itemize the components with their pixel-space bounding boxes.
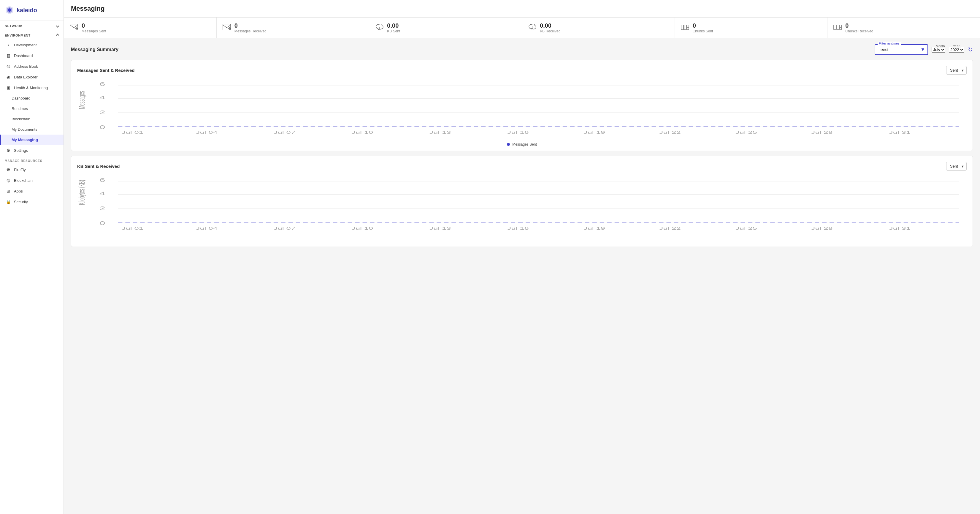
svg-rect-3: [70, 24, 78, 30]
sidebar-item-dashboard[interactable]: ▦ Dashboard: [0, 50, 64, 61]
chart-kb-type-select[interactable]: Sent: [946, 162, 967, 171]
svg-text:4: 4: [99, 191, 105, 196]
sidebar-item-address-book[interactable]: ◎ Address Book: [0, 61, 64, 72]
svg-text:Jul 04: Jul 04: [196, 227, 218, 231]
summary-title: Messaging Summary: [71, 47, 118, 52]
svg-text:Jul 25: Jul 25: [735, 227, 757, 231]
filter-runtimes-wrapper: Filter runtimes teest ▼: [875, 44, 928, 55]
svg-text:Jul 01: Jul 01: [122, 227, 143, 231]
chart-messages-area: 6 4 2 0 Messages Jul 01 Jul 04: [77, 79, 967, 145]
sidebar-item-blockchain[interactable]: ◎ Blockchain: [0, 175, 64, 186]
content-area: Messaging Summary Filter runtimes teest …: [64, 38, 980, 258]
svg-text:2: 2: [99, 206, 105, 211]
sidebar-item-development[interactable]: › Development: [0, 40, 64, 50]
sidebar-item-sub-dashboard[interactable]: Dashboard: [0, 93, 64, 104]
stat-info: 0 Messages Received: [234, 22, 267, 33]
svg-text:Jul 25: Jul 25: [735, 131, 757, 134]
sidebar-item-label: Blockchain: [14, 178, 33, 183]
stat-info: 0.00 KB Sent: [387, 22, 400, 33]
sidebar-item-sub-runtimes[interactable]: Runtimes: [0, 104, 64, 114]
svg-text:0: 0: [99, 125, 105, 130]
kaleido-logo-icon: [5, 5, 14, 15]
kb-received-icon: [528, 24, 536, 32]
sidebar-item-apps[interactable]: ⊞ Apps: [0, 186, 64, 196]
stat-kb-sent: 0.00 KB Sent: [369, 18, 522, 38]
svg-text:Jul 10: Jul 10: [352, 227, 373, 231]
sidebar-item-label: Settings: [14, 148, 28, 153]
network-label: NETWORK: [5, 24, 22, 28]
firefly-icon: ❋: [6, 167, 11, 172]
sidebar: kaleido NETWORK ENVIRONMENT › Developmen…: [0, 0, 64, 514]
environment-label: ENVIRONMENT: [5, 34, 30, 37]
stat-messages-received: 0 Messages Received: [216, 18, 369, 38]
sidebar-item-label: Data Explorer: [14, 75, 37, 79]
svg-rect-4: [223, 24, 231, 30]
chart-messages-svg: 6 4 2 0 Messages Jul 01 Jul 04: [77, 79, 967, 139]
logo-text: kaleido: [17, 7, 37, 14]
year-label: Year: [952, 44, 961, 48]
development-icon: ›: [6, 43, 11, 47]
legend-label: Messages Sent: [512, 142, 537, 147]
sidebar-item-settings[interactable]: ⚙ Settings: [0, 145, 64, 156]
stat-value: 0: [82, 22, 106, 29]
stat-value: 0: [234, 22, 267, 29]
chart-kb: KB Sent & Received Sent ▼ 6 4 2 0 Kiloby…: [71, 156, 973, 247]
sidebar-item-firefly[interactable]: ❋ FireFly: [0, 164, 64, 175]
address-book-icon: ◎: [6, 64, 11, 69]
sidebar-item-label: Address Book: [14, 64, 38, 69]
svg-text:Jul 19: Jul 19: [584, 131, 605, 134]
data-explorer-icon: ◉: [6, 75, 11, 79]
sidebar-item-label: Apps: [14, 189, 23, 193]
stats-row: 0 Messages Sent 0 Messages Received: [64, 18, 980, 38]
svg-text:Jul 04: Jul 04: [196, 131, 218, 134]
stat-label: Messages Sent: [82, 29, 106, 33]
kb-sent-icon: [375, 24, 383, 32]
health-icon: ▣: [6, 85, 11, 90]
year-select-wrapper: Year 2022: [949, 47, 964, 53]
page-title: Messaging: [71, 5, 973, 13]
svg-text:Jul 13: Jul 13: [429, 227, 451, 231]
chart-messages-type-select[interactable]: Sent: [946, 66, 967, 75]
apps-icon: ⊞: [6, 189, 11, 193]
sidebar-item-health-monitoring[interactable]: ▣ Health & Monitoring: [0, 82, 64, 93]
svg-text:6: 6: [99, 178, 105, 183]
refresh-button[interactable]: ↻: [968, 46, 973, 53]
filter-runtimes-select[interactable]: teest: [875, 44, 928, 55]
chart-messages: Messages Sent & Received Sent ▼ 6 4 2 0 …: [71, 60, 973, 151]
dashboard-icon: ▦: [6, 53, 11, 58]
sidebar-item-label: Health & Monitoring: [14, 86, 48, 90]
filter-runtimes-label: Filter runtimes: [878, 42, 901, 45]
sidebar-item-sub-blockchain[interactable]: Blockchain: [0, 114, 64, 124]
svg-text:Kilobytes (KB): Kilobytes (KB): [77, 180, 86, 205]
svg-text:Jul 22: Jul 22: [659, 227, 681, 231]
stat-label: Chunks Sent: [693, 29, 713, 33]
stat-label: KB Received: [540, 29, 560, 33]
svg-text:Jul 31: Jul 31: [889, 227, 910, 231]
sidebar-item-label: Runtimes: [11, 106, 28, 111]
stat-messages-sent: 0 Messages Sent: [64, 18, 216, 38]
logo[interactable]: kaleido: [0, 0, 64, 21]
svg-text:Jul 28: Jul 28: [811, 227, 833, 231]
sidebar-item-sub-my-messaging[interactable]: My Messaging: [0, 134, 64, 145]
sidebar-item-security[interactable]: 🔒 Security: [0, 196, 64, 207]
svg-text:Jul 16: Jul 16: [507, 131, 529, 134]
summary-header: Messaging Summary Filter runtimes teest …: [71, 44, 973, 55]
svg-text:Jul 07: Jul 07: [274, 131, 295, 134]
stat-label: Messages Received: [234, 29, 267, 33]
stat-kb-received: 0.00 KB Received: [522, 18, 675, 38]
network-section[interactable]: NETWORK: [0, 21, 64, 30]
sidebar-item-label: Dashboard: [14, 53, 33, 58]
stat-info: 0 Chunks Sent: [693, 22, 713, 33]
sidebar-item-sub-my-documents[interactable]: My Documents: [0, 124, 64, 134]
svg-text:Jul 13: Jul 13: [429, 131, 451, 134]
stat-value: 0.00: [387, 22, 400, 29]
chart-messages-title: Messages Sent & Received: [77, 68, 134, 73]
network-chevron-icon: [56, 24, 59, 27]
sidebar-item-data-explorer[interactable]: ◉ Data Explorer: [0, 72, 64, 82]
stat-value: 0.00: [540, 22, 560, 29]
page-header: Messaging: [64, 0, 980, 18]
chart-messages-type-wrapper: Sent ▼: [946, 66, 967, 75]
svg-text:0: 0: [99, 221, 105, 226]
environment-section[interactable]: ENVIRONMENT: [0, 30, 64, 40]
sidebar-item-label: Blockchain: [11, 117, 30, 121]
